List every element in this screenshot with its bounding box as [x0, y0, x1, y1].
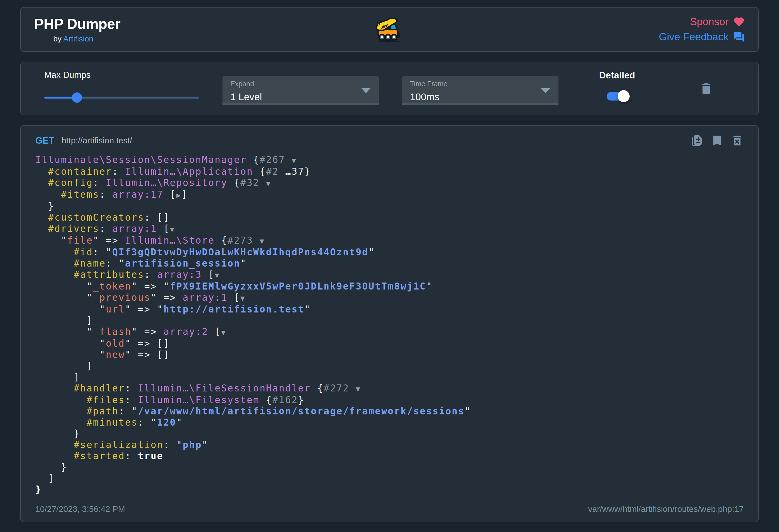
string-key: file — [67, 235, 93, 246]
array-keyword: array:1 — [183, 292, 228, 303]
feedback-link[interactable]: Give Feedback — [659, 31, 745, 43]
string-value: /var/www/html/artifision/storage/framewo… — [138, 406, 465, 417]
punctuation: " — [61, 235, 67, 246]
clear-dumps-button[interactable] — [699, 81, 713, 98]
dump-line: ] — [35, 473, 744, 484]
artifision-link[interactable]: Artifision — [63, 35, 93, 43]
dump-line: #name: "artifision_session" — [35, 258, 744, 269]
dump-line: #attributes: array:3 [▼ — [35, 269, 744, 281]
class-name: Illumin…\Store — [125, 235, 215, 246]
punctuation: [ — [208, 326, 221, 337]
dump-timestamp: 10/27/2023, 3:56:42 PM — [35, 504, 125, 514]
punctuation: " — [202, 439, 208, 450]
punctuation: { — [247, 154, 260, 165]
punctuation: { — [215, 235, 228, 246]
punctuation: { — [259, 395, 273, 405]
copy-dump-button[interactable] — [691, 134, 703, 147]
punctuation: " => " — [125, 304, 163, 315]
string-value: http://artifision.test — [163, 304, 304, 315]
punctuation: " — [426, 281, 433, 292]
delete-dump-button[interactable] — [731, 134, 744, 147]
dump-truck-icon — [374, 15, 405, 44]
toggle-arrow[interactable]: ▼ — [221, 328, 226, 337]
toggle-arrow[interactable]: ▼ — [356, 385, 361, 393]
dump-line: } — [35, 462, 744, 473]
slider-thumb[interactable] — [72, 92, 82, 103]
punctuation: } — [74, 428, 80, 439]
dump-line: #config: Illumin…\Repository {#32 ▼ — [35, 177, 744, 189]
toggle-arrow[interactable]: ▶ — [176, 191, 182, 199]
sponsor-link[interactable]: Sponsor — [690, 16, 745, 28]
punctuation: { — [311, 383, 324, 394]
timeframe-select[interactable]: Time Frame 100ms — [402, 76, 558, 105]
bookmark-dump-button[interactable] — [711, 134, 723, 147]
detailed-switch[interactable] — [607, 92, 627, 101]
punctuation: } — [48, 201, 55, 212]
punctuation: : — [125, 383, 138, 394]
string-key: _previous — [93, 292, 151, 303]
property-key: #config — [48, 177, 93, 188]
property-key: #files — [86, 395, 125, 405]
max-dumps-group: Max Dumps — [44, 70, 199, 103]
class-name: Illumin…\Application — [125, 166, 253, 177]
page-title: PHP Dumper — [34, 15, 120, 32]
punctuation: " — [100, 349, 106, 360]
punctuation: : " — [138, 417, 157, 428]
string-value: fPX9IEMlwGyzxxV5wPer0JDLnk9eF30UtTm8wj1C — [170, 281, 426, 292]
punctuation: : [] — [144, 212, 170, 223]
reference: #267 — [259, 154, 285, 165]
toggle-arrow[interactable]: ▼ — [259, 237, 265, 245]
property-key: #id — [74, 247, 93, 258]
timeframe-select-value: 100ms — [410, 91, 551, 103]
string-key: url — [106, 304, 125, 315]
request-url: http://artifision.test/ — [62, 136, 132, 145]
punctuation: ] — [86, 315, 93, 326]
reference: #273 — [228, 235, 253, 246]
expand-select[interactable]: Expand 1 Level — [223, 76, 379, 105]
dump-panel: GET http://artifision.test/ — [20, 125, 759, 522]
property-key: #container — [48, 166, 112, 177]
timeframe-select-label: Time Frame — [410, 80, 551, 88]
reference: #2 — [266, 166, 279, 177]
toggle-arrow[interactable]: ▼ — [215, 271, 220, 279]
dump-line: #drivers: array:1 [▼ — [35, 223, 744, 235]
toggle-arrow[interactable]: ▼ — [292, 156, 297, 164]
switch-thumb[interactable] — [617, 90, 630, 102]
string-value: artifision_session — [125, 258, 240, 269]
dump-line: ] — [35, 315, 744, 326]
class-name: Illumin…\Repository — [106, 177, 228, 188]
punctuation: [ — [228, 292, 240, 303]
title-block: PHP Dumper by Artifision — [34, 15, 120, 44]
expand-select-label: Expand — [230, 80, 371, 88]
toggle-arrow[interactable]: ▼ — [170, 225, 175, 234]
toggle-arrow[interactable]: ▼ — [266, 179, 271, 188]
dump-line: } — [35, 428, 744, 439]
dump-line: "file" => Illumin…\Store {#273 ▼ — [35, 235, 744, 247]
property-key: #handler — [74, 383, 125, 394]
constant-value: true — [138, 451, 163, 461]
detailed-label: Detailed — [599, 70, 635, 81]
toggle-arrow[interactable]: ▼ — [240, 294, 246, 303]
punctuation: ] — [86, 360, 93, 371]
array-keyword: array:1 — [112, 223, 157, 234]
property-key: #minutes — [86, 417, 138, 428]
punctuation: ] — [74, 372, 80, 383]
sponsor-label: Sponsor — [690, 16, 729, 28]
property-key: #customCreators — [48, 212, 144, 223]
request-method: GET — [35, 135, 54, 146]
punctuation: : — [144, 269, 157, 280]
dump-line: "new" => [] — [35, 349, 744, 360]
punctuation: ] — [182, 189, 188, 200]
dump-line: #items: array:17 [▶] — [35, 189, 744, 201]
punctuation: " => " — [131, 281, 170, 292]
punctuation: } — [298, 395, 305, 405]
punctuation: : " — [119, 406, 138, 417]
punctuation: " => [] — [125, 338, 170, 349]
array-keyword: array:17 — [112, 189, 163, 200]
dump-line: #path: "/var/www/html/artifision/storage… — [35, 406, 744, 417]
max-dumps-slider[interactable] — [44, 92, 199, 103]
dump-line: Illuminate\Session\SessionManager {#267 … — [35, 154, 744, 166]
feedback-label: Give Feedback — [659, 31, 729, 43]
reference: #162 — [273, 395, 298, 405]
punctuation: " => — [151, 292, 183, 303]
